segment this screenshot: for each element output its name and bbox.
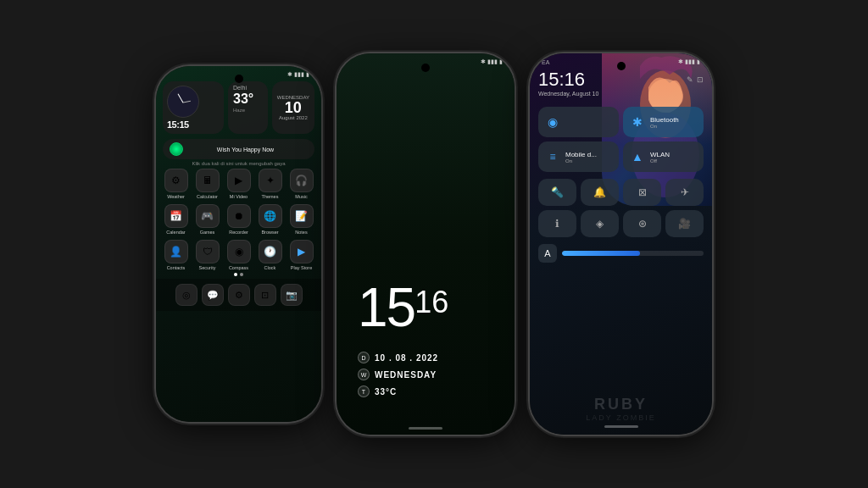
app-notes[interactable]: 📝 Notes [288,204,314,235]
camera-punch-hole [235,75,243,83]
font-size-button[interactable]: A [538,244,557,263]
lock-time: 15 16 [358,280,515,335]
bluetooth-icon: ✱ [287,71,292,78]
dock-camera[interactable]: 📷 [281,284,303,306]
greeting-icon [170,142,183,156]
brightness-row: A [530,239,712,268]
notes-label: Notes [295,230,307,235]
security-label: Security [199,265,216,270]
lock-info: D 10 . 08 . 2022 W WEDNESDAY T 33°C [358,352,515,397]
phone3-screen: EA ✱ ▮▮▮ ▮ 15:16 ✎ ⊡ Wednesday, August 1… [530,53,712,435]
toggle-airplane[interactable]: ✈ [665,179,704,206]
toggle-lock[interactable]: ⊛ [623,210,661,237]
dock-screen-record[interactable]: ⊡ [254,284,276,306]
browser-label: Browser [261,230,278,235]
app-grid: ⚙ Weather 🖩 Calculator ▶ Mi Video ✦ Them… [156,169,321,270]
toggle-screen-cast[interactable]: ⊠ [623,179,661,206]
signal-icon-3: ▮▮▮ [685,58,695,65]
app-mi-video[interactable]: ▶ Mi Video [225,169,252,199]
edit-icon[interactable]: ✎ [687,75,693,84]
app-security[interactable]: 🛡 Security [194,240,220,270]
app-clock[interactable]: 🕐 Clock [257,240,283,270]
phone2-screen: ✱ ▮▮▮ ▮ 15 16 D 10 . 08 . 2022 W [337,53,515,435]
browser-icon: 🌐 [259,204,282,228]
status-icons: ✱ ▮▮▮ ▮ [287,71,309,78]
battery-icon: ▮ [306,71,309,78]
app-playstore[interactable]: ▶ Play Store [288,240,314,270]
toggle-flashlight[interactable]: 🔦 [538,179,576,206]
calendar-icon: 📅 [164,204,188,228]
toggle-info[interactable]: ℹ [538,210,576,237]
qs-tile-mobile[interactable]: ≡ Mobile d... On [538,141,619,172]
toggle-location[interactable]: ◈ [581,210,619,237]
dock-messages[interactable]: 💬 [202,284,224,306]
greeting-text: Wish You Happy Now [183,147,308,152]
style-hint: Klik dua kali di sini untuk mengubah gay… [163,161,314,166]
lock-day: WEDNESDAY [375,370,437,380]
qs-wlan-status: Off [650,158,670,164]
dot-2 [240,273,243,276]
app-weather[interactable]: ⚙ Weather [163,169,189,199]
clock-icon: 🕐 [259,240,282,263]
toggle-camera[interactable]: 🎥 [665,210,704,237]
lock-screen-content: 15 16 D 10 . 08 . 2022 W WEDNESDAY T 33°… [337,67,515,435]
security-icon: 🛡 [196,240,220,263]
phone3-time: 15:16 [538,69,585,91]
qs-tile-water[interactable]: ◉ [538,107,619,137]
app-calendar[interactable]: 📅 Calendar [163,204,189,235]
page-dots [156,273,321,276]
lock-hour: 15 [358,280,415,335]
bluetooth-icon-2: ✱ [481,58,486,65]
signal-icon: ▮▮▮ [294,71,304,78]
weather-app-icon: ⚙ [164,169,188,192]
character-name-area: RUBY Lady Zombie [530,396,712,422]
temp-icon: T [358,385,370,397]
qs-wlan-info: WLAN Off [650,151,670,164]
dock-settings[interactable]: ⚙ [228,284,250,306]
wifi-icon: ▲ [630,150,645,164]
status-icons-3: ✱ ▮▮▮ ▮ [678,58,700,65]
layout-icon[interactable]: ⊡ [697,75,704,84]
recorder-icon: ⏺ [227,204,251,228]
notes-icon: 📝 [290,204,314,228]
quick-settings-grid: ◉ ✱ Bluetooth On ≡ Mobile d... On [530,103,712,176]
widget-area: 15:15 Delhi 33° Haze Wednesday 10 August… [156,80,321,137]
greeting-bar[interactable]: Wish You Happy Now [163,139,314,159]
date-month: August 2022 [279,115,308,120]
app-themes[interactable]: ✦ Themes [257,169,283,199]
qs-tile-wlan[interactable]: ▲ WLAN Off [623,141,704,172]
weather-app-label: Weather [167,194,185,199]
dock-dialpad[interactable]: ◎ [175,284,198,306]
info-icon: ℹ [555,218,559,230]
toggle-notification[interactable]: 🔔 [581,179,619,206]
app-calculator[interactable]: 🖩 Calculator [194,169,220,199]
brightness-slider[interactable] [562,251,704,256]
toggle-row-1: 🔦 🔔 ⊠ ✈ [530,179,712,206]
playstore-icon: ▶ [290,240,314,263]
dot-1 [234,273,237,276]
music-icon: 🎧 [290,169,314,192]
app-music[interactable]: 🎧 Music [288,169,314,199]
lock-date: 10 . 08 . 2022 [375,353,438,363]
playstore-label: Play Store [291,265,312,270]
app-compass[interactable]: ◉ Compass [225,240,252,270]
home-indicator-3 [604,425,638,428]
mobile-icon: ≡ [545,151,560,163]
camera-icon: 🎥 [678,218,691,230]
bottom-dock: ◎ 💬 ⚙ ⊡ 📷 [156,279,321,311]
app-games[interactable]: 🎮 Games [194,204,220,235]
weather-widget[interactable]: Delhi 33° Haze [228,81,268,134]
calculator-app-icon: 🖩 [196,169,220,192]
clock-widget[interactable]: 15:15 [163,81,224,134]
toggle-row-2: ℹ ◈ ⊛ 🎥 [530,210,712,237]
date-widget[interactable]: Wednesday 10 August 2022 [272,81,314,134]
bell-icon: 🔔 [593,186,606,198]
lock-temp: 33°C [375,387,397,396]
location-icon: ◈ [596,218,604,230]
calculator-app-label: Calculator [197,194,218,199]
app-browser[interactable]: 🌐 Browser [257,204,283,235]
battery-icon-2: ▮ [499,58,503,65]
qs-tile-bluetooth[interactable]: ✱ Bluetooth On [623,107,704,137]
app-contacts[interactable]: 👤 Contacts [163,240,189,270]
app-recorder[interactable]: ⏺ Recorder [225,204,252,235]
